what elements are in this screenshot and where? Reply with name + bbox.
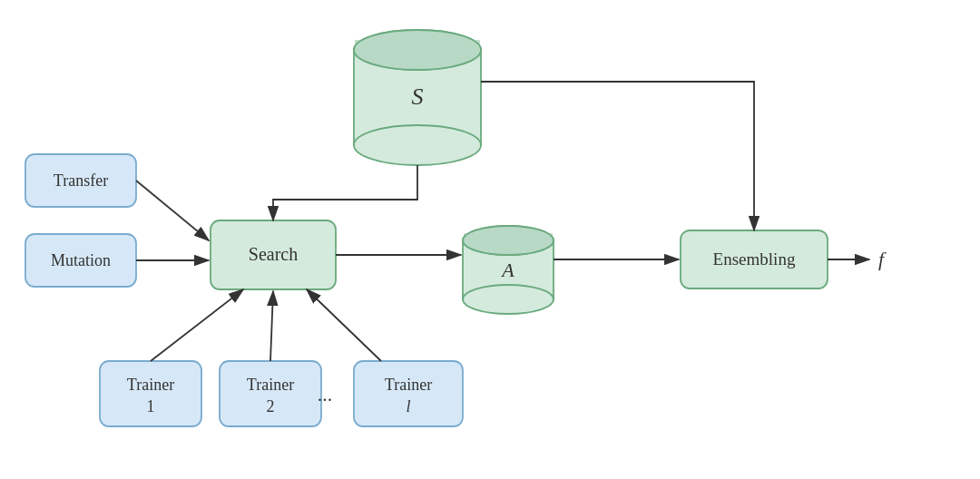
label-trainer1-line1: Trainer xyxy=(127,376,174,394)
svg-rect-18 xyxy=(354,361,463,426)
label-ensembling: Ensembling xyxy=(713,249,796,269)
svg-point-6 xyxy=(354,30,481,70)
label-trainer2-line2: 2 xyxy=(267,397,275,415)
label-trainer2-line1: Trainer xyxy=(247,376,294,394)
diagram-svg: S A Transfer Mutation Search Ensembling … xyxy=(0,0,980,479)
svg-rect-16 xyxy=(100,361,201,426)
svg-line-19 xyxy=(136,181,209,240)
svg-point-3 xyxy=(354,125,481,165)
label-trainer1-line2: 1 xyxy=(147,397,155,415)
svg-point-11 xyxy=(463,226,554,255)
svg-line-25 xyxy=(270,291,273,361)
label-A: A xyxy=(500,259,514,281)
svg-point-8 xyxy=(463,285,554,314)
label-mutation: Mutation xyxy=(51,251,111,269)
label-search: Search xyxy=(249,244,298,264)
label-trainerl-line2: l xyxy=(406,397,410,415)
label-S: S xyxy=(412,83,424,110)
label-transfer: Transfer xyxy=(54,171,108,190)
label-trainerl-line1: Trainer xyxy=(385,376,432,394)
svg-line-24 xyxy=(151,289,243,361)
svg-rect-17 xyxy=(220,361,321,426)
svg-line-26 xyxy=(307,289,381,361)
label-dots: ... xyxy=(318,383,333,406)
label-f: f xyxy=(878,248,887,270)
diagram-container: S A Transfer Mutation Search Ensembling … xyxy=(0,0,980,479)
